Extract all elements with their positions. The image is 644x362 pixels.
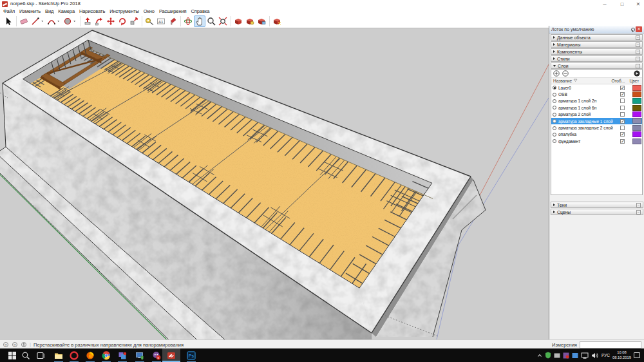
info-icon[interactable]: ? <box>12 342 17 347</box>
layer-row-3[interactable]: арматура 1 слой 6н <box>551 104 642 111</box>
taskbar-photoshop-icon[interactable]: Ps <box>187 351 196 360</box>
menu-0[interactable]: Файл <box>3 8 15 14</box>
add-layer-button[interactable] <box>553 70 560 77</box>
tray-expand-icon[interactable] <box>537 353 542 358</box>
taskbar-taskview-icon[interactable] <box>36 351 45 360</box>
account-icon[interactable] <box>21 342 26 347</box>
layer-radio[interactable] <box>553 139 556 143</box>
layer-visible-checkbox[interactable]: ✓ <box>620 139 625 144</box>
section-layers[interactable]: Слои – <box>551 62 643 69</box>
layer-visible-checkbox[interactable] <box>620 112 625 117</box>
column-name[interactable]: Название <box>551 79 611 83</box>
layer-color-chip[interactable] <box>632 118 641 124</box>
taskbar-winapp-icon[interactable] <box>118 351 127 360</box>
tool-solid3[interactable] <box>256 15 267 27</box>
layer-row-8[interactable]: фундамент✓ <box>551 138 642 144</box>
layer-visible-checkbox[interactable] <box>620 99 625 103</box>
layer-radio[interactable] <box>553 113 556 117</box>
tool-text[interactable]: A1 <box>155 15 167 27</box>
taskbar-viber-icon[interactable]: s <box>152 351 161 360</box>
layer-radio[interactable] <box>553 133 556 137</box>
section-detach-icon[interactable]: – <box>636 203 641 207</box>
tray-app2-icon[interactable] <box>563 352 569 359</box>
tool-solid2[interactable] <box>244 15 256 27</box>
section-bottom-1[interactable]: Сцены– <box>551 209 643 215</box>
layer-row-2[interactable]: арматура 1 слой 2н <box>551 98 642 104</box>
tool-paint[interactable] <box>167 15 178 27</box>
layer-visible-checkbox[interactable]: ✓ <box>620 92 625 97</box>
layer-visible-checkbox[interactable] <box>620 126 625 130</box>
network-icon[interactable] <box>581 352 589 359</box>
tool-dd-6[interactable] <box>57 15 62 27</box>
tool-pan[interactable] <box>194 15 205 27</box>
layer-row-0[interactable]: Layer0✓ <box>551 84 642 91</box>
menu-7[interactable]: Расширения <box>159 8 187 14</box>
column-color[interactable]: Цвет <box>630 79 642 83</box>
layer-radio[interactable] <box>553 86 556 90</box>
section-detach-icon[interactable]: – <box>636 64 640 68</box>
tool-circle[interactable] <box>62 15 73 27</box>
layer-color-chip[interactable] <box>632 125 641 131</box>
tool-dd-8[interactable] <box>73 15 78 27</box>
remove-layer-button[interactable] <box>562 70 569 77</box>
minimize-button[interactable]: ─ <box>598 1 612 7</box>
menu-8[interactable]: Справка <box>191 8 210 14</box>
menu-4[interactable]: Нарисовать <box>79 8 105 14</box>
layer-details-icon[interactable] <box>634 70 640 77</box>
layer-color-chip[interactable] <box>632 85 641 91</box>
tool-solid1[interactable] <box>232 15 244 27</box>
layer-row-6[interactable]: арматура закладные 2 слой <box>551 124 642 131</box>
language-indicator[interactable]: РУС <box>601 353 610 357</box>
taskbar-start-icon[interactable] <box>8 351 17 360</box>
layer-row-7[interactable]: опалубка✓ <box>551 131 642 138</box>
section-detach-icon[interactable]: – <box>636 210 641 214</box>
layer-row-1[interactable]: OSB✓ <box>551 91 642 97</box>
3d-viewport[interactable] <box>0 28 549 339</box>
taskbar-opera-icon[interactable] <box>70 351 79 360</box>
defender-icon[interactable] <box>545 352 551 359</box>
column-visible[interactable]: Отоб... <box>611 79 629 83</box>
layer-visible-checkbox[interactable]: ✓ <box>620 132 625 137</box>
help-icon[interactable]: ? <box>3 342 8 347</box>
section-detach-icon[interactable]: – <box>636 43 640 47</box>
layer-visible-checkbox[interactable]: ✓ <box>620 86 625 90</box>
pin-icon[interactable] <box>630 27 634 32</box>
tool-line[interactable] <box>30 15 41 27</box>
tool-pushpull[interactable] <box>82 15 93 27</box>
menu-1[interactable]: Изменить <box>19 8 41 14</box>
notification-icon[interactable] <box>634 352 640 358</box>
section-detach-icon[interactable]: – <box>636 35 640 40</box>
taskbar-sketchup-icon[interactable] <box>167 351 176 360</box>
tool-rotate[interactable] <box>117 15 128 27</box>
tray-app1-icon[interactable] <box>554 352 560 359</box>
tool-move[interactable] <box>105 15 117 27</box>
menu-3[interactable]: Камера <box>58 8 75 14</box>
tray-header[interactable]: Лоток по умолчанию ✕ <box>549 26 644 33</box>
layer-visible-checkbox[interactable] <box>620 106 625 110</box>
maximize-button[interactable]: □ <box>615 1 629 7</box>
layer-visible-checkbox[interactable]: ✓ <box>620 119 625 124</box>
section-2[interactable]: Компоненты– <box>551 48 643 55</box>
tool-solid4[interactable] <box>271 15 283 27</box>
layer-color-chip[interactable] <box>632 91 641 97</box>
layer-radio[interactable] <box>553 106 556 110</box>
section-detach-icon[interactable]: – <box>636 57 640 61</box>
layer-radio[interactable] <box>553 99 556 103</box>
section-bottom-0[interactable]: Тени– <box>551 202 643 208</box>
tool-scale[interactable] <box>128 15 140 27</box>
section-0[interactable]: Данные объекта– <box>551 34 643 41</box>
layer-color-chip[interactable] <box>632 138 641 144</box>
menu-6[interactable]: Окно <box>144 8 155 14</box>
volume-icon[interactable] <box>591 352 599 359</box>
taskbar-explorer-icon[interactable] <box>54 351 63 360</box>
menu-2[interactable]: Вид <box>45 8 53 14</box>
taskbar-chrome-icon[interactable] <box>102 351 111 360</box>
taskbar-firefox-icon[interactable] <box>86 351 95 360</box>
tool-followme[interactable] <box>93 15 105 27</box>
layer-color-chip[interactable] <box>632 131 641 137</box>
measurements-input[interactable] <box>580 341 641 348</box>
section-3[interactable]: Стили– <box>551 55 643 62</box>
tool-zoom[interactable] <box>205 15 217 27</box>
layer-color-chip[interactable] <box>632 111 641 117</box>
tray-close-icon[interactable]: ✕ <box>636 26 642 32</box>
